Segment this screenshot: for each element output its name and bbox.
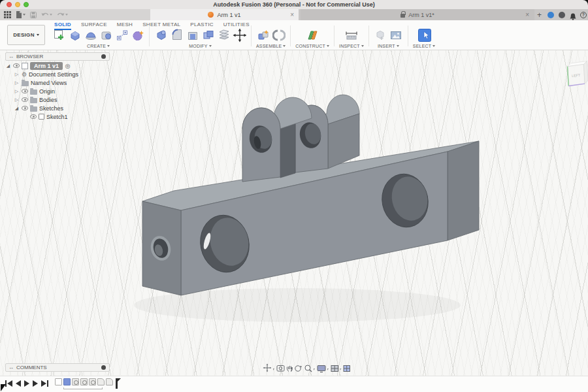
group-label: INSPECT (339, 44, 360, 48)
visibility-eye-icon[interactable] (22, 89, 28, 93)
tree-item-label: Bodies (39, 97, 57, 103)
workspace-switcher[interactable]: DESIGN (7, 25, 45, 45)
document-tab-active[interactable]: Arm 1 v1 × (150, 9, 299, 20)
timeline-hole-feature[interactable] (80, 378, 88, 385)
insert-image-icon[interactable] (389, 28, 403, 42)
group-separator (334, 25, 335, 46)
tree-row-bodies[interactable]: ▷ Bodies (5, 95, 78, 104)
folder-icon (30, 106, 37, 112)
gear-icon: ⚙ (22, 71, 27, 78)
fillet-icon[interactable] (170, 28, 184, 42)
group-label: CREATE (87, 44, 106, 48)
panel-options-icon[interactable] (101, 365, 106, 370)
visibility-eye-icon[interactable] (22, 106, 28, 110)
press-pull-icon[interactable] (154, 28, 168, 42)
dropdown-caret-icon (327, 368, 329, 370)
offset-face-icon[interactable] (217, 28, 231, 42)
timeline-extrude-feature[interactable] (63, 378, 71, 385)
shell-icon[interactable] (186, 28, 199, 42)
insert-derive-icon[interactable] (374, 28, 387, 42)
viewports-icon[interactable] (344, 366, 350, 372)
expander-collapsed-icon[interactable]: ▷ (14, 80, 20, 86)
timeline-fillet-feature[interactable] (106, 378, 113, 385)
root-component-label[interactable]: Arm 1 v1 (30, 62, 63, 70)
orbit-icon[interactable] (295, 366, 302, 372)
tree-row-sketch1[interactable]: Sketch1 (5, 112, 78, 121)
visibility-eye-icon[interactable] (13, 63, 20, 68)
grid-settings-icon[interactable] (331, 366, 338, 372)
timeline-playback-controls[interactable] (4, 379, 51, 388)
arm-3d-model[interactable] (0, 50, 588, 392)
group-dropdown[interactable]: INSERT (378, 44, 399, 48)
tree-row-named-views[interactable]: ▷ Named Views (5, 78, 78, 87)
expander-expanded-icon[interactable]: ◢ (14, 106, 20, 111)
construct-plane-icon[interactable] (306, 28, 319, 42)
group-modify: MODIFY (154, 20, 246, 48)
timeline-sketch-feature[interactable] (55, 378, 62, 385)
browser-tree: ◢ Arm 1 v1 ◎ ▷ ⚙ Document Settings ▷ Nam… (5, 61, 78, 121)
move-icon[interactable] (233, 28, 246, 42)
document-tab-secondary[interactable]: Arm 1 v1* × (301, 9, 534, 20)
data-panel-grid-icon[interactable] (4, 11, 11, 18)
look-at-icon[interactable] (277, 366, 284, 372)
combine-icon[interactable] (201, 28, 215, 42)
tree-row-root[interactable]: ◢ Arm 1 v1 ◎ (5, 61, 78, 70)
play-icon (24, 380, 29, 387)
browser-panel-header[interactable]: ↔ BROWSER (5, 52, 110, 61)
group-construct: CONSTRUCT (295, 20, 329, 48)
joint-icon[interactable] (272, 28, 286, 42)
viewport-canvas[interactable]: LEFT (0, 50, 588, 392)
zoom-icon[interactable] (305, 365, 312, 372)
redo-icon[interactable] (57, 12, 68, 18)
visibility-eye-icon[interactable] (30, 114, 37, 119)
group-dropdown[interactable]: CONSTRUCT (295, 44, 329, 48)
dropdown-caret-icon (273, 368, 274, 370)
help-button[interactable]: ? (580, 12, 587, 18)
tree-row-sketches[interactable]: ◢ Sketches (5, 104, 78, 112)
panel-options-icon[interactable] (101, 54, 106, 59)
close-tab-icon[interactable]: × (525, 12, 529, 18)
measure-icon[interactable] (344, 28, 358, 42)
undo-icon[interactable] (41, 12, 52, 18)
pattern-icon[interactable] (115, 28, 129, 42)
user-avatar[interactable] (547, 12, 554, 18)
expander-collapsed-icon[interactable]: ▷ (14, 97, 20, 103)
expander-collapsed-icon[interactable]: ▷ (14, 72, 20, 77)
primitive-box-icon[interactable] (99, 28, 113, 42)
timeline-hole-feature[interactable] (72, 378, 79, 385)
tree-row-origin[interactable]: ▷ Origin (5, 87, 78, 95)
collapse-panel-icon[interactable]: ↔ (8, 365, 14, 370)
group-dropdown[interactable]: INSPECT (339, 44, 364, 48)
group-dropdown[interactable]: CREATE (87, 44, 110, 48)
pan-hand-icon[interactable] (287, 366, 292, 372)
create-form-icon[interactable] (131, 28, 144, 42)
dropdown-caret-icon (107, 45, 110, 47)
timeline-hole-feature[interactable] (89, 378, 96, 385)
save-icon[interactable] (30, 12, 37, 18)
create-sketch-icon[interactable] (52, 28, 66, 42)
select-icon[interactable] (417, 28, 431, 42)
activate-component-icon[interactable]: ◎ (65, 63, 71, 69)
extrude-icon[interactable] (68, 28, 82, 42)
comments-panel-header[interactable]: ↔ COMMENTS (5, 363, 110, 372)
visibility-eye-icon[interactable] (22, 97, 28, 102)
collapse-panel-icon[interactable]: ↔ (8, 54, 14, 59)
dropdown-caret-icon (23, 14, 25, 16)
new-component-icon[interactable] (256, 28, 270, 42)
group-dropdown[interactable]: ASSEMBLE (256, 44, 286, 48)
job-status-icon[interactable] (559, 12, 565, 18)
revolve-icon[interactable] (84, 28, 97, 42)
file-menu-icon[interactable] (16, 11, 25, 18)
group-dropdown[interactable]: SELECT (413, 44, 435, 48)
expander-expanded-icon[interactable]: ◢ (5, 63, 11, 69)
viewcube[interactable]: LEFT (563, 56, 588, 95)
display-settings-icon[interactable] (318, 366, 325, 372)
expander-collapsed-icon[interactable]: ▷ (14, 89, 20, 94)
timeline-fillet-feature[interactable] (97, 378, 105, 385)
tree-row-document-settings[interactable]: ▷ ⚙ Document Settings (5, 70, 78, 78)
new-tab-button[interactable]: + (537, 9, 542, 20)
group-dropdown[interactable]: MODIFY (189, 44, 211, 48)
pan-icon[interactable] (263, 364, 272, 372)
timeline-position-marker[interactable] (116, 378, 118, 389)
close-tab-icon[interactable]: × (290, 12, 294, 18)
